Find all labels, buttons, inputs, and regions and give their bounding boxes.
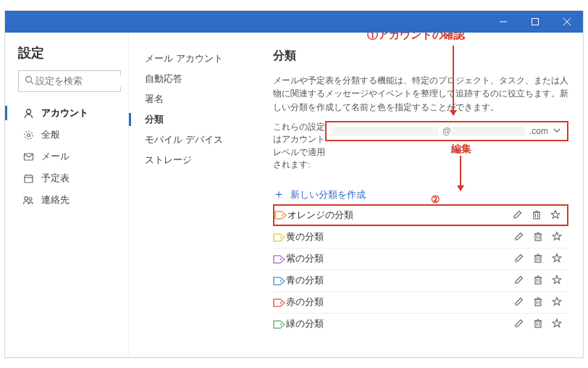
settings-title: 設定: [18, 44, 121, 62]
minimize-icon: [499, 17, 508, 26]
sidebar-item-label: 予定表: [41, 172, 70, 185]
svg-marker-57: [553, 319, 561, 327]
plus-icon: ＋: [273, 187, 285, 202]
svg-point-8: [25, 131, 33, 139]
maximize-icon: [531, 17, 539, 26]
svg-point-7: [27, 133, 30, 136]
account-subnav: メール アカウント自動応答署名分類モバイル デバイスストレージ: [128, 33, 259, 357]
tag-icon: [273, 298, 286, 308]
svg-marker-36: [553, 254, 561, 262]
subnav-item[interactable]: モバイル デバイス: [143, 130, 251, 150]
mail-icon: [22, 151, 34, 162]
chevron-down-icon: [553, 126, 561, 136]
sidebar-item-people[interactable]: 連絡先: [18, 189, 121, 211]
svg-rect-1: [532, 19, 539, 25]
sidebar-item-label: アカウント: [41, 106, 88, 120]
category-row[interactable]: 赤の分類: [273, 291, 568, 313]
category-label: 緑の分類: [286, 318, 513, 330]
gear-icon: [22, 130, 34, 141]
svg-point-37: [280, 280, 282, 281]
category-list: オレンジの分類黄の分類紫の分類青の分類赤の分類緑の分類: [273, 204, 568, 335]
svg-point-14: [25, 196, 28, 200]
sidebar-item-label: メール: [41, 150, 70, 163]
account-redacted-2: [451, 127, 525, 135]
delete-icon[interactable]: [532, 231, 544, 243]
subnav-item[interactable]: 自動応答: [143, 69, 251, 89]
create-category-button[interactable]: ＋ 新しい分類を作成: [273, 187, 568, 202]
categories-pane: 分類 メールや予定表を分類する機能は、特定のプロジェクト、タスク、または人物に関…: [259, 33, 583, 357]
delete-icon[interactable]: [532, 253, 544, 265]
account-level-label: これらの設定はアカウント レベルで適用されます:: [273, 121, 325, 171]
sidebar-item-mail[interactable]: メール: [18, 146, 121, 167]
delete-icon[interactable]: [532, 318, 544, 330]
category-label: 黄の分類: [286, 231, 513, 243]
favorite-icon[interactable]: [551, 318, 563, 330]
edit-icon[interactable]: [513, 231, 525, 243]
delete-icon[interactable]: [531, 209, 542, 222]
category-label: オレンジの分類: [287, 209, 512, 222]
pane-title: 分類: [273, 49, 568, 64]
svg-marker-50: [553, 298, 561, 306]
favorite-icon[interactable]: [551, 231, 563, 243]
settings-sidebar: 設定 アカウント全般メール予定表連絡先: [5, 33, 128, 357]
svg-point-23: [280, 236, 282, 238]
tag-icon: [273, 233, 286, 243]
svg-point-30: [280, 258, 282, 259]
delete-icon[interactable]: [532, 275, 544, 287]
minimize-button[interactable]: [487, 11, 519, 33]
tag-icon: [274, 210, 287, 220]
svg-rect-38: [535, 277, 541, 284]
close-button[interactable]: [551, 11, 583, 33]
svg-point-15: [29, 197, 32, 200]
subnav-item[interactable]: 分類: [143, 109, 251, 130]
svg-point-44: [280, 301, 282, 303]
svg-point-51: [280, 323, 282, 325]
svg-rect-17: [534, 212, 539, 219]
favorite-icon[interactable]: [551, 275, 563, 287]
settings-window: 設定 アカウント全般メール予定表連絡先 メール アカウント自動応答署名分類モバイ…: [4, 10, 584, 358]
favorite-icon[interactable]: [551, 253, 563, 265]
people-icon: [22, 195, 34, 206]
sidebar-item-gear[interactable]: 全般: [18, 124, 121, 146]
category-row[interactable]: 緑の分類: [273, 313, 568, 335]
category-label: 青の分類: [286, 275, 513, 287]
svg-line-5: [31, 82, 34, 85]
maximize-button[interactable]: [519, 11, 551, 33]
category-label: 赤の分類: [286, 296, 513, 309]
edit-icon[interactable]: [513, 275, 525, 287]
tag-icon: [273, 254, 286, 264]
category-row[interactable]: 紫の分類: [273, 248, 568, 269]
close-icon: [563, 17, 571, 26]
favorite-icon[interactable]: [551, 296, 563, 309]
search-box[interactable]: [18, 70, 121, 92]
svg-rect-52: [535, 321, 541, 327]
subnav-item[interactable]: 署名: [143, 89, 251, 109]
edit-icon[interactable]: [513, 296, 525, 309]
svg-point-4: [26, 77, 32, 83]
svg-rect-24: [535, 234, 541, 241]
annotation-1: ①アカウントの確認: [367, 33, 465, 42]
subnav-item[interactable]: ストレージ: [143, 150, 251, 170]
sidebar-item-calendar[interactable]: 予定表: [18, 167, 121, 189]
titlebar: [5, 11, 583, 33]
tag-icon: [273, 319, 286, 330]
edit-icon[interactable]: [513, 318, 525, 330]
category-row[interactable]: 黄の分類: [273, 226, 568, 248]
favorite-icon[interactable]: [550, 209, 561, 222]
sidebar-item-person[interactable]: アカウント: [18, 102, 121, 124]
delete-icon[interactable]: [532, 296, 544, 309]
tag-icon: [273, 276, 286, 286]
edit-icon[interactable]: [512, 209, 524, 222]
account-select[interactable]: @ .com: [325, 121, 568, 141]
svg-rect-31: [535, 256, 541, 262]
sidebar-item-label: 連絡先: [41, 193, 70, 206]
sidebar-item-label: 全般: [41, 128, 60, 141]
svg-point-16: [282, 214, 283, 216]
category-row[interactable]: オレンジの分類: [273, 204, 568, 226]
subnav-item[interactable]: メール アカウント: [143, 49, 251, 69]
account-level-row: これらの設定はアカウント レベルで適用されます: @ .com: [273, 121, 568, 171]
category-label: 紫の分類: [286, 253, 513, 265]
edit-icon[interactable]: [513, 253, 525, 265]
svg-marker-43: [553, 276, 561, 284]
category-row[interactable]: 青の分類: [273, 269, 568, 291]
